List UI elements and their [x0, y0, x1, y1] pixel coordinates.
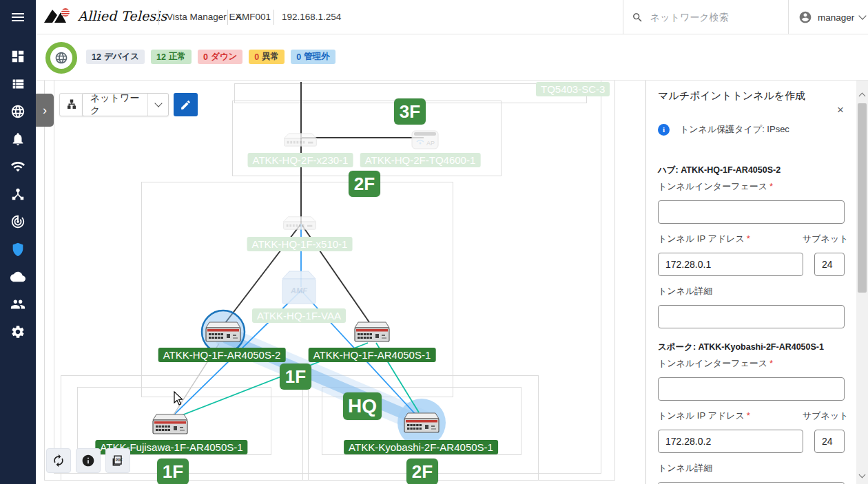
device-label-x510[interactable]: ATKK-HQ-1F-x510-1: [247, 237, 353, 251]
network-health-ring[interactable]: [45, 42, 77, 74]
device-label-ar4050s-1[interactable]: ATKK-HQ-1F-AR4050S-1: [309, 348, 436, 362]
allied-telesis-logo-icon: [43, 6, 73, 25]
refresh-button[interactable]: [46, 448, 71, 473]
map-layer-select[interactable]: ネットワーク: [82, 93, 169, 116]
zone-badge-1f-fujisawa[interactable]: 1F: [157, 459, 189, 484]
sidebar-item-wireless[interactable]: [0, 153, 36, 180]
create-multipoint-tunnel-panel: マルチポイントトンネルを作成 × i トンネル保護タイプ: IPsec ハブ: …: [645, 81, 856, 484]
sidebar-item-topology[interactable]: [0, 180, 36, 208]
sidebar-item-network-map[interactable]: [0, 98, 36, 125]
spoke-ip-label: トンネル IP アドレス*: [658, 410, 803, 422]
refresh-icon: [52, 454, 65, 467]
hub-tunnel-interface-input[interactable]: [658, 200, 845, 224]
events-bell-icon: [10, 131, 25, 147]
spoke-subnet-label: サブネット: [803, 410, 845, 422]
edit-map-button[interactable]: [174, 93, 198, 116]
sidebar-item-asset-list[interactable]: [0, 70, 36, 98]
vista-manager-app: Allied Telesis Vista Manager EX AMF001 1…: [0, 0, 868, 484]
chevron-down-icon[interactable]: [147, 94, 168, 116]
topology-view-button[interactable]: [59, 93, 84, 116]
user-avatar-icon: [798, 10, 812, 24]
spoke-heading: スポーク: ATKK-Kyobashi-2F-AR4050S-1: [658, 341, 845, 353]
topology-view-icon: [65, 98, 78, 111]
hub-subnet-label: サブネット: [803, 233, 845, 245]
hamburger-menu-button[interactable]: [0, 0, 36, 34]
search-input[interactable]: [650, 12, 774, 23]
divider: [227, 10, 228, 25]
hub-tunnel-ip-input[interactable]: [658, 253, 803, 276]
spoke-tunnel-interface-input[interactable]: [658, 377, 845, 401]
zone-badge-hq[interactable]: HQ: [343, 392, 382, 420]
spoke-details-label: トンネル詳細: [658, 462, 845, 474]
device-icon-fujisawa[interactable]: [152, 413, 188, 435]
badge-unmanaged[interactable]: 0管理外: [291, 50, 335, 64]
required-marker: *: [769, 358, 773, 368]
device-label-vaa[interactable]: ATKK-HQ-1F-VAA: [252, 308, 346, 323]
zone-badge-2f-kyobashi[interactable]: 2F: [406, 459, 438, 484]
device-label-tq4600[interactable]: ATKK-HQ-2F-TQ4600-1: [360, 153, 481, 167]
device-icon-x510[interactable]: [283, 215, 316, 231]
mouse-cursor: [174, 391, 185, 406]
pencil-icon: [180, 99, 192, 111]
panel-scrollbar[interactable]: [856, 81, 868, 484]
badge-devices[interactable]: 12デバイス: [86, 50, 145, 64]
required-marker: *: [747, 233, 750, 244]
device-icon-ar4050s-2[interactable]: [205, 321, 241, 343]
hub-section: ハブ: ATKK-HQ-1F-AR4050S-2 トンネルインターフェース* ト…: [658, 165, 845, 328]
device-label-kyobashi[interactable]: ATKK-Kyobashi-2F-AR4050S-1: [344, 440, 498, 454]
device-icon-x230[interactable]: [284, 132, 317, 147]
scroll-down-arrow[interactable]: [856, 470, 868, 481]
sidebar-item-security[interactable]: [0, 235, 36, 263]
sdwan-radar-icon: [10, 214, 25, 229]
map-layer-value: ネットワーク: [83, 92, 147, 117]
hub-subnet-input[interactable]: [814, 253, 845, 276]
scroll-up-arrow[interactable]: [856, 89, 868, 101]
sidebar-item-events[interactable]: [0, 125, 36, 153]
sidebar-item-users[interactable]: [0, 291, 36, 318]
network-map-icon: [10, 104, 25, 119]
users-icon: [10, 297, 25, 312]
wireless-icon: [10, 159, 25, 174]
export-pdf-button[interactable]: PDF: [105, 448, 130, 473]
left-nav-sidebar: [0, 0, 36, 484]
info-button[interactable]: [76, 448, 101, 473]
close-icon[interactable]: ×: [837, 104, 844, 116]
spoke-tunnel-ip-input[interactable]: [658, 430, 803, 453]
device-icon-ar4050s-1[interactable]: [354, 321, 390, 343]
device-label-tq5403[interactable]: TQ5403-SC-3: [536, 82, 610, 96]
panel-title: マルチポイントトンネルを作成: [658, 90, 845, 103]
topology-map[interactable]: TQ5403-SC-3 ATKK-HQ-2F-x230-1 ATKK-HQ-2F…: [36, 81, 645, 484]
device-label-x230[interactable]: ATKK-HQ-2F-x230-1: [248, 153, 353, 167]
scrollbar-thumb[interactable]: [858, 103, 867, 293]
badge-down[interactable]: 0ダウン: [198, 50, 242, 64]
required-marker: *: [769, 181, 773, 191]
device-icon-tq4600-ap[interactable]: [411, 130, 439, 149]
sidebar-item-settings[interactable]: [0, 318, 36, 346]
export-pdf-icon: PDF: [111, 454, 125, 467]
zone-badge-3f[interactable]: 3F: [394, 98, 426, 125]
divider: [273, 10, 274, 25]
spoke-subnet-input[interactable]: [814, 430, 845, 453]
info-icon: i: [658, 124, 670, 136]
dashboard-icon: [10, 49, 25, 64]
zone-badge-1f-hq[interactable]: 1F: [280, 364, 311, 390]
device-icon-kyobashi[interactable]: [404, 412, 440, 434]
product-name: Vista Manager EX: [167, 12, 242, 22]
device-icon-vaa[interactable]: [281, 270, 317, 306]
user-name: manager: [818, 12, 854, 23]
brand-name: Allied Telesis: [78, 8, 167, 23]
map-action-buttons: PDF: [46, 448, 130, 473]
hub-tunnel-details-input[interactable]: [658, 305, 845, 328]
sidebar-item-dashboard[interactable]: [0, 43, 36, 70]
divider: [158, 10, 159, 25]
controller-ip: 192.168.1.254: [282, 12, 341, 22]
sidebar-item-sdwan[interactable]: [0, 208, 36, 235]
device-label-ar4050s-2[interactable]: ATKK-HQ-1F-AR4050S-2: [158, 348, 286, 362]
badge-abnormal[interactable]: 0異常: [249, 50, 285, 64]
settings-gear-icon: [10, 324, 25, 339]
expand-side-panel-tab[interactable]: ›: [36, 94, 54, 127]
user-menu[interactable]: manager: [788, 0, 868, 34]
sidebar-item-cloud[interactable]: [0, 263, 36, 291]
zone-badge-2f[interactable]: 2F: [349, 171, 380, 197]
badge-normal[interactable]: 12正常: [151, 50, 192, 64]
